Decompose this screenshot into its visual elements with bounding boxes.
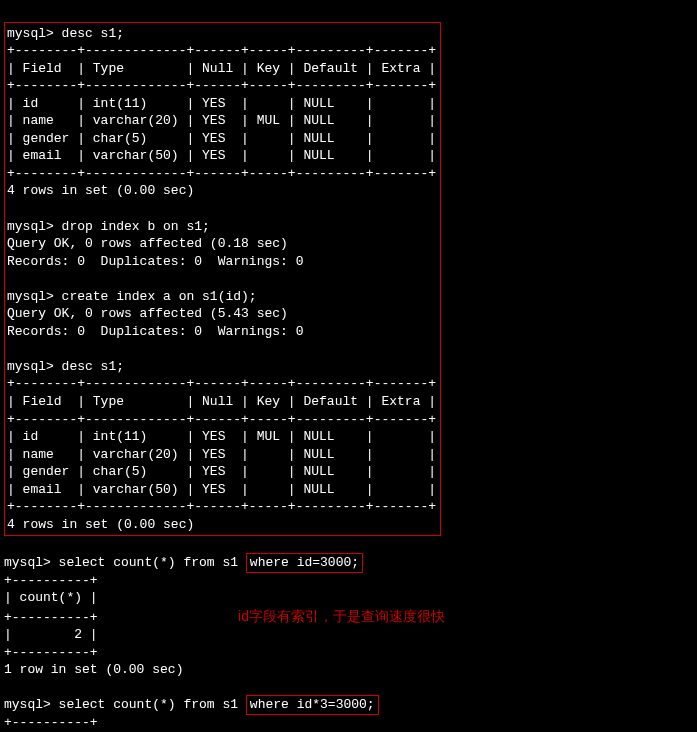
result-line: Records: 0 Duplicates: 0 Warnings: 0	[7, 324, 303, 339]
table-header: | count(*) |	[4, 590, 98, 605]
table-row: | gender | char(5) | YES | | NULL | |	[7, 464, 436, 479]
result-line: Query OK, 0 rows affected (0.18 sec)	[7, 236, 288, 251]
table-sep: +----------+	[4, 610, 98, 625]
cmd-desc-1: mysql> desc s1;	[7, 26, 124, 41]
table-row: | id | int(11) | YES | | NULL | |	[7, 96, 436, 111]
table-row: | name | varchar(20) | YES | MUL | NULL …	[7, 113, 436, 128]
table-sep: +--------+-------------+------+-----+---…	[7, 412, 436, 427]
table-sep: +--------+-------------+------+-----+---…	[7, 43, 436, 58]
desc-block-1: mysql> desc s1; +--------+-------------+…	[4, 22, 441, 537]
table-sep: +--------+-------------+------+-----+---…	[7, 499, 436, 514]
result-line: Records: 0 Duplicates: 0 Warnings: 0	[7, 254, 303, 269]
table-row: | name | varchar(20) | YES | | NULL | |	[7, 447, 436, 462]
table-sep: +--------+-------------+------+-----+---…	[7, 166, 436, 181]
table-header: | Field | Type | Null | Key | Default | …	[7, 61, 436, 76]
table-row: | 2 |	[4, 627, 98, 642]
cmd-drop-index: mysql> drop index b on s1;	[7, 219, 210, 234]
status-line: 4 rows in set (0.00 sec)	[7, 183, 194, 198]
table-row: | email | varchar(50) | YES | | NULL | |	[7, 148, 436, 163]
table-row: | gender | char(5) | YES | | NULL | |	[7, 131, 436, 146]
status-line: 4 rows in set (0.00 sec)	[7, 517, 194, 532]
cmd-select-1-pre: mysql> select count(*) from s1	[4, 555, 246, 570]
table-sep: +--------+-------------+------+-----+---…	[7, 376, 436, 391]
table-sep: +----------+	[4, 645, 98, 660]
cmd-create-index: mysql> create index a on s1(id);	[7, 289, 257, 304]
table-sep: +----------+	[4, 573, 98, 588]
where-clause-2: where id*3=3000;	[246, 695, 379, 715]
result-line: Query OK, 0 rows affected (5.43 sec)	[7, 306, 288, 321]
where-clause-1: where id=3000;	[246, 553, 363, 573]
annotation-1: id字段有索引，于是查询速度很快	[238, 608, 445, 624]
table-sep: +----------+	[4, 715, 98, 730]
status-line: 1 row in set (0.00 sec)	[4, 662, 183, 677]
table-row: | email | varchar(50) | YES | | NULL | |	[7, 482, 436, 497]
cmd-desc-2: mysql> desc s1;	[7, 359, 124, 374]
cmd-select-2-pre: mysql> select count(*) from s1	[4, 697, 246, 712]
table-sep: +--------+-------------+------+-----+---…	[7, 78, 436, 93]
table-header: | Field | Type | Null | Key | Default | …	[7, 394, 436, 409]
table-row: | id | int(11) | YES | MUL | NULL | |	[7, 429, 436, 444]
